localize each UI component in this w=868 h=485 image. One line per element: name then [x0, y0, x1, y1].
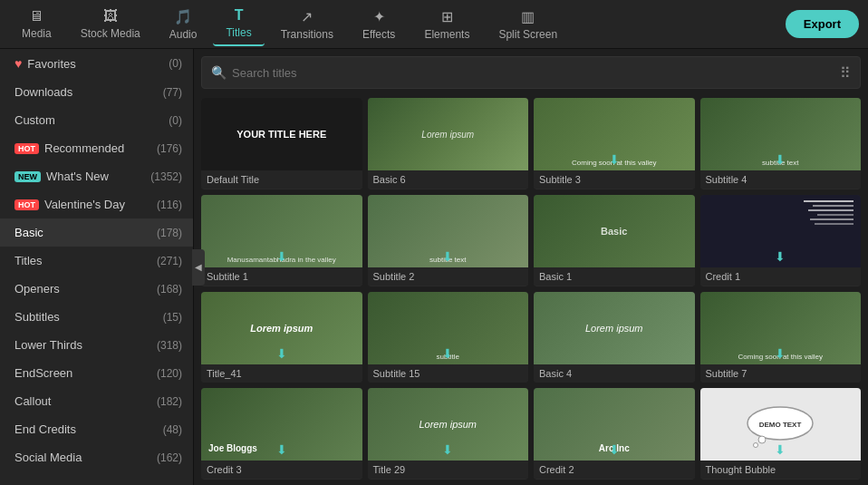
elements-icon: ⊞	[441, 8, 453, 25]
nav-stock-media[interactable]: 🖼 Stock Media	[68, 3, 153, 45]
end-credits-label: End Credits	[14, 422, 163, 436]
favorites-label: Favorites	[27, 57, 169, 71]
label-title-29: Title 29	[368, 461, 529, 479]
sidebar-wrapper: ♥ Favorites (0) Downloads (77) Custom (0…	[0, 49, 194, 485]
nav-stock-label: Stock Media	[81, 27, 140, 40]
sidebar-item-subtitles[interactable]: Subtitles (15)	[0, 303, 193, 331]
nav-media[interactable]: 🖥 Media	[9, 3, 64, 45]
nav-items: 🖥 Media 🖼 Stock Media 🎵 Audio T Titles ↗…	[9, 2, 786, 46]
thumb-basic-1: Basic	[534, 195, 695, 267]
thumb-credit-2: Arc Inc ⬇	[534, 388, 695, 461]
nav-splitscreen[interactable]: ▥ Split Screen	[486, 3, 570, 46]
whats-new-label: What's New	[46, 170, 150, 183]
titles-icon: T	[235, 7, 244, 24]
thumb-subtitle-15: subtitle ⬇	[368, 292, 529, 364]
label-subtitle-15: Subtitle 15	[368, 364, 529, 383]
grid-item-subtitle-15[interactable]: subtitle ⬇ Subtitle 15	[368, 292, 529, 383]
content-area: 🔍 ⠿ YOUR TITLE HERE Default Title Lorem …	[194, 49, 868, 485]
recommended-label: Recommended	[44, 141, 157, 155]
top-nav: 🖥 Media 🖼 Stock Media 🎵 Audio T Titles ↗…	[0, 0, 868, 49]
sidebar-item-valentines[interactable]: HOT Valentine's Day (116)	[0, 190, 193, 218]
sidebar-item-custom[interactable]: Custom (0)	[0, 106, 193, 134]
audio-icon: 🎵	[174, 8, 192, 25]
sidebar-item-recommended[interactable]: HOT Recommended (176)	[0, 134, 193, 162]
openers-count: (168)	[157, 283, 182, 296]
nav-titles[interactable]: T Titles	[213, 2, 264, 46]
sidebar-item-downloads[interactable]: Downloads (77)	[0, 78, 193, 106]
sidebar-item-callout[interactable]: Callout (182)	[0, 387, 193, 415]
grid-item-title-29[interactable]: Lorem ipsum ⬇ Title 29	[368, 388, 529, 480]
nav-transitions-label: Transitions	[281, 28, 333, 41]
hot-badge-valentines: HOT	[14, 199, 39, 210]
grid-item-default-title[interactable]: YOUR TITLE HERE Default Title	[201, 98, 362, 189]
subtitles-count: (15)	[163, 311, 182, 324]
custom-count: (0)	[169, 114, 182, 127]
svg-point-2	[753, 442, 757, 447]
grid-item-credit-1[interactable]: ⬇ Credit 1	[700, 195, 862, 286]
end-credits-count: (48)	[163, 423, 182, 436]
grid-item-basic-4[interactable]: Lorem ipsum Basic 4	[534, 292, 695, 383]
svg-point-1	[758, 436, 766, 443]
label-subtitle-4: Subtitle 4	[700, 170, 862, 189]
thumb-subtitle-1: Manusamantabhadra in the valley ⬇	[201, 195, 362, 267]
sidebar-item-end-credits[interactable]: End Credits (48)	[0, 415, 193, 443]
export-button[interactable]: Export	[786, 10, 859, 38]
hot-badge-recommended: HOT	[14, 143, 39, 154]
sidebar-item-endscreen[interactable]: EndScreen (120)	[0, 359, 193, 387]
label-credit-1: Credit 1	[700, 267, 862, 286]
grid-item-basic-6[interactable]: Lorem ipsum Basic 6	[368, 98, 529, 189]
sidebar-item-titles[interactable]: Titles (271)	[0, 247, 193, 275]
downloads-label: Downloads	[14, 85, 163, 99]
nav-elements[interactable]: ⊞ Elements	[411, 3, 482, 46]
media-icon: 🖥	[29, 8, 43, 24]
heart-icon: ♥	[14, 56, 22, 71]
sidebar-item-basic[interactable]: Basic (178)	[0, 218, 193, 247]
sidebar-item-whats-new[interactable]: NEW What's New (1352)	[0, 162, 193, 190]
grid-item-subtitle-3[interactable]: Coming soon at this valley ⬇ Subtitle 3	[534, 98, 695, 189]
basic-label: Basic	[14, 226, 157, 239]
nav-effects-label: Effects	[362, 28, 395, 41]
sidebar-item-lower-thirds[interactable]: Lower Thirds (318)	[0, 331, 193, 359]
transitions-icon: ↗	[301, 8, 313, 25]
grid-item-subtitle-2[interactable]: subtitle text ⬇ Subtitle 2	[368, 195, 529, 286]
grid-item-credit-2[interactable]: Arc Inc ⬇ Credit 2	[534, 388, 695, 480]
nav-audio[interactable]: 🎵 Audio	[157, 3, 210, 46]
nav-transitions[interactable]: ↗ Transitions	[268, 3, 346, 46]
sidebar: ♥ Favorites (0) Downloads (77) Custom (0…	[0, 49, 194, 485]
nav-effects[interactable]: ✦ Effects	[350, 3, 408, 46]
endscreen-label: EndScreen	[14, 366, 157, 380]
grid-item-title-41[interactable]: Lorem ipsum ⬇ Title_41	[201, 292, 362, 383]
search-input[interactable]	[232, 66, 840, 80]
grid-item-subtitle-4[interactable]: subtitle text ⬇ Subtitle 4	[700, 98, 862, 189]
social-media-label: Social Media	[14, 451, 157, 464]
callout-count: (182)	[157, 395, 182, 408]
sidebar-item-openers[interactable]: Openers (168)	[0, 275, 193, 303]
grid-item-basic-1[interactable]: Basic Basic 1	[534, 195, 695, 286]
nav-media-label: Media	[22, 27, 52, 40]
search-icon: 🔍	[211, 65, 227, 80]
grid-item-thought-bubble[interactable]: DEMO TEXT ⬇ Thought Bubble	[700, 388, 862, 480]
grid-item-subtitle-1[interactable]: Manusamantabhadra in the valley ⬇ Subtit…	[201, 195, 362, 286]
grid-item-credit-3[interactable]: Joe Bloggs ⬇ Credit 3	[201, 388, 362, 480]
sidebar-collapse-button[interactable]: ◀	[192, 249, 205, 286]
label-credit-3: Credit 3	[201, 461, 362, 479]
label-default-title: Default Title	[201, 170, 362, 189]
search-bar: 🔍 ⠿	[201, 56, 861, 89]
favorites-count: (0)	[169, 57, 182, 70]
social-media-count: (162)	[157, 451, 182, 464]
sidebar-item-favorites[interactable]: ♥ Favorites (0)	[0, 49, 193, 78]
nav-titles-label: Titles	[226, 26, 251, 39]
grid-item-subtitle-7[interactable]: Coming soon at this valley ⬇ Subtitle 7	[700, 292, 862, 383]
sidebar-item-social-media[interactable]: Social Media (162)	[0, 443, 193, 471]
label-subtitle-3: Subtitle 3	[534, 170, 695, 189]
titles-count: (271)	[157, 255, 182, 267]
openers-label: Openers	[14, 282, 157, 296]
label-credit-2: Credit 2	[534, 461, 695, 479]
thumb-subtitle-7: Coming soon at this valley ⬇	[700, 292, 862, 364]
svg-text:DEMO TEXT: DEMO TEXT	[758, 421, 801, 429]
subtitles-label: Subtitles	[14, 310, 163, 324]
splitscreen-icon: ▥	[521, 8, 535, 25]
grid-toggle-icon[interactable]: ⠿	[840, 64, 851, 82]
callout-label: Callout	[14, 394, 157, 408]
thumb-subtitle-2: subtitle text ⬇	[368, 195, 529, 267]
